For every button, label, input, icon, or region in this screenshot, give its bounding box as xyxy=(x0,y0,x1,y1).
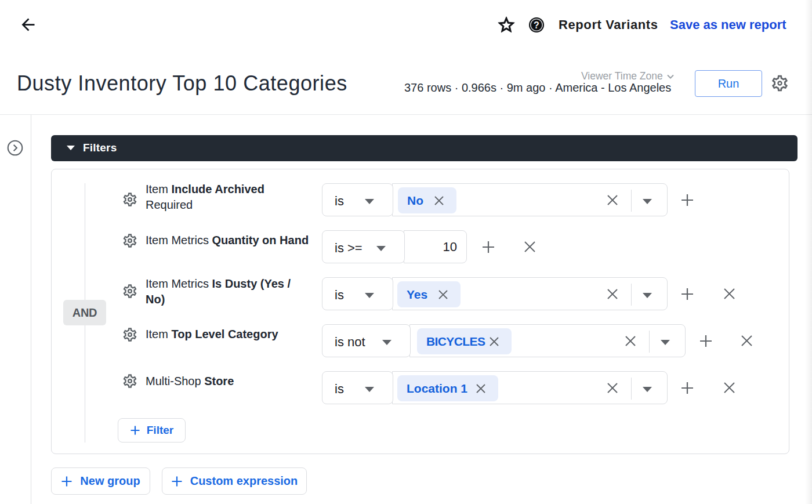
svg-text:?: ? xyxy=(534,20,539,30)
